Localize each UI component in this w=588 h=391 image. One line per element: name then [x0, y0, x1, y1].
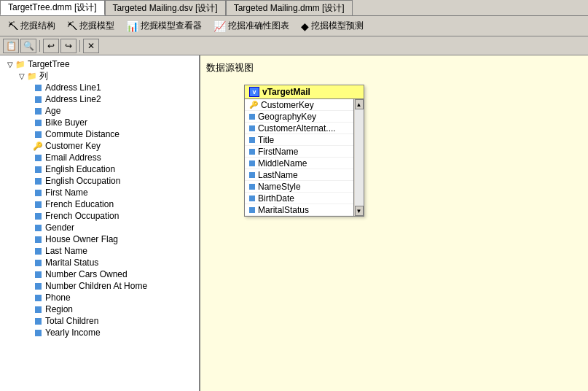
- field-icon-commute: [32, 129, 44, 139]
- toolbar-separator-2: [79, 40, 80, 52]
- scroll-down-btn[interactable]: ▼: [355, 206, 364, 216]
- tree-item-address1[interactable]: Address Line1: [3, 82, 199, 93]
- tree-item-houseowner[interactable]: House Owner Flag: [3, 233, 199, 245]
- prediction-icon: ◆: [301, 20, 309, 32]
- toolbar-separator: [39, 40, 40, 52]
- mining-structure-icon: ⛏: [8, 20, 18, 32]
- toolbar-prediction-label: 挖掘模型预测: [311, 20, 364, 32]
- tree-item-email[interactable]: Email Address: [3, 152, 199, 163]
- tree-item-customerkey[interactable]: 🔑 Customer Key: [3, 140, 199, 152]
- tree-item-lastname[interactable]: Last Name: [3, 245, 199, 257]
- table-row[interactable]: LastName: [245, 169, 364, 181]
- table-row[interactable]: MaritalStatus: [245, 204, 364, 216]
- field-icon-region: [32, 304, 44, 314]
- title-tabs: TargetTree.dmm [设计] Targeted Mailing.dsv…: [0, 0, 588, 16]
- tree-item-age[interactable]: Age: [3, 105, 199, 117]
- tree-item-gender[interactable]: Gender: [3, 222, 199, 233]
- field-icon-numcars: [32, 269, 44, 279]
- scroll-track: [355, 109, 364, 206]
- tree-item-yearlyincome[interactable]: Yearly Income: [3, 327, 199, 338]
- tree-item-marital[interactable]: Marital Status: [3, 257, 199, 268]
- field-icon: [249, 149, 255, 155]
- table-name: vTargetMail: [262, 87, 310, 97]
- field-icon: [249, 196, 255, 201]
- tree-item-numcars[interactable]: Number Cars Owned: [3, 268, 199, 280]
- tree-item-fre-occupation[interactable]: French Occupation: [3, 210, 199, 222]
- tree-item-numchildren[interactable]: Number Children At Home: [3, 280, 199, 292]
- tree-item-region[interactable]: Region: [3, 303, 199, 315]
- field-icon: [249, 137, 255, 143]
- columns-expand-icon[interactable]: ▽: [17, 71, 26, 80]
- scroll-up-btn[interactable]: ▲: [355, 99, 364, 109]
- tree-columns-folder[interactable]: ▽ 📁 列: [3, 70, 199, 82]
- table-body-wrapper: 🔑 CustomerKey GeographyKey CustomerAlter…: [245, 99, 364, 216]
- toolbar-accuracy-chart-label: 挖掘准确性图表: [228, 20, 289, 32]
- table-row[interactable]: 🔑 CustomerKey: [245, 99, 364, 111]
- toolbar-model-viewer-label: 挖掘模型查看器: [141, 20, 202, 32]
- sub-toolbar: 📋 🔍 ↩ ↪ ✕: [0, 36, 588, 55]
- table-row[interactable]: CustomerAlternat....: [245, 123, 364, 134]
- tab-targettree[interactable]: TargetTree.dmm [设计]: [0, 0, 105, 15]
- columns-folder-icon: 📁: [26, 71, 38, 81]
- tree-item-bikebuyer[interactable]: Bike Buyer: [3, 117, 199, 128]
- table-header: v vTargetMail: [245, 85, 364, 99]
- toolbar-prediction[interactable]: ◆ 挖掘模型预测: [296, 18, 369, 34]
- tree-item-eng-occupation[interactable]: English Occupation: [3, 175, 199, 187]
- tree-item-eng-education[interactable]: English Education: [3, 163, 199, 175]
- left-panel-tree: ▽ 📁 TargetTree ▽ 📁 列 Address Line1 Addre…: [0, 55, 200, 391]
- accuracy-chart-icon: 📈: [213, 20, 226, 32]
- tree-item-commute[interactable]: Commute Distance: [3, 128, 199, 140]
- tab-mailing-dmm-label: Targeted Mailing.dmm [设计]: [234, 2, 345, 15]
- table-row[interactable]: FirstName: [245, 146, 364, 158]
- toolbar-model-viewer[interactable]: 📊 挖掘模型查看器: [121, 18, 207, 34]
- key-icon: 🔑: [249, 101, 258, 109]
- sub-btn-5[interactable]: ✕: [83, 39, 99, 53]
- field-icon-address2: [32, 94, 44, 104]
- mining-model-icon: ⛏: [67, 20, 77, 32]
- field-icon-yearlyincome: [32, 328, 44, 338]
- tree-item-fre-education[interactable]: French Education: [3, 198, 199, 210]
- field-icon-email: [32, 152, 44, 163]
- root-folder-icon: 📁: [15, 59, 26, 69]
- sub-btn-1[interactable]: 📋: [3, 39, 19, 53]
- sub-btn-2[interactable]: 🔍: [20, 39, 36, 53]
- sub-btn-4[interactable]: ↪: [60, 39, 77, 53]
- field-icon-numchildren: [32, 281, 44, 291]
- tab-mailing-dsv-label: Targeted Mailing.dsv [设计]: [113, 2, 218, 15]
- field-icon-fre-occ: [32, 211, 44, 221]
- toolbar-mining-structure[interactable]: ⛏ 挖掘结构: [3, 18, 60, 34]
- field-icon-bikebuyer: [32, 117, 44, 128]
- tree-item-totalchildren[interactable]: Total Children: [3, 315, 199, 327]
- root-expand-icon[interactable]: ▽: [6, 60, 15, 69]
- main-content: ▽ 📁 TargetTree ▽ 📁 列 Address Line1 Addre…: [0, 55, 588, 391]
- tree-root-node[interactable]: ▽ 📁 TargetTree: [3, 58, 199, 70]
- table-row[interactable]: BirthDate: [245, 193, 364, 204]
- field-icon: [249, 114, 255, 120]
- table-header-icon: v: [249, 87, 259, 97]
- tree-item-firstname[interactable]: First Name: [3, 187, 199, 198]
- sub-btn-3[interactable]: ↩: [43, 39, 59, 53]
- table-scrollbar[interactable]: ▲ ▼: [353, 99, 364, 216]
- main-toolbar: ⛏ 挖掘结构 ⛏ 挖掘模型 📊 挖掘模型查看器 📈 挖掘准确性图表 ◆ 挖掘模型…: [0, 16, 588, 36]
- toolbar-mining-structure-label: 挖掘结构: [20, 20, 55, 32]
- tab-mailing-dsv[interactable]: Targeted Mailing.dsv [设计]: [105, 0, 226, 15]
- table-row[interactable]: Title: [245, 134, 364, 146]
- field-icon-gender: [32, 222, 44, 233]
- field-icon-eng-occ: [32, 176, 44, 186]
- field-icon-lastname: [32, 246, 44, 256]
- table-row[interactable]: MiddleName: [245, 158, 364, 169]
- model-viewer-icon: 📊: [126, 20, 138, 32]
- table-row[interactable]: GeographyKey: [245, 111, 364, 123]
- tree-item-phone[interactable]: Phone: [3, 292, 199, 303]
- right-panel: 数据源视图 v vTargetMail 🔑 CustomerKey Geogra…: [200, 55, 588, 391]
- tab-mailing-dmm[interactable]: Targeted Mailing.dmm [设计]: [226, 0, 353, 15]
- tree-root: ▽ 📁 TargetTree ▽ 📁 列 Address Line1 Addre…: [0, 58, 199, 338]
- table-row[interactable]: NameStyle: [245, 181, 364, 193]
- toolbar-accuracy-chart[interactable]: 📈 挖掘准确性图表: [208, 18, 294, 34]
- toolbar-mining-model[interactable]: ⛏ 挖掘模型: [62, 18, 119, 34]
- panel-label: 数据源视图: [206, 61, 582, 74]
- field-icon: [249, 160, 255, 166]
- field-icon: [249, 184, 255, 190]
- field-icon-eng-edu: [32, 164, 44, 174]
- tree-item-address2[interactable]: Address Line2: [3, 93, 199, 105]
